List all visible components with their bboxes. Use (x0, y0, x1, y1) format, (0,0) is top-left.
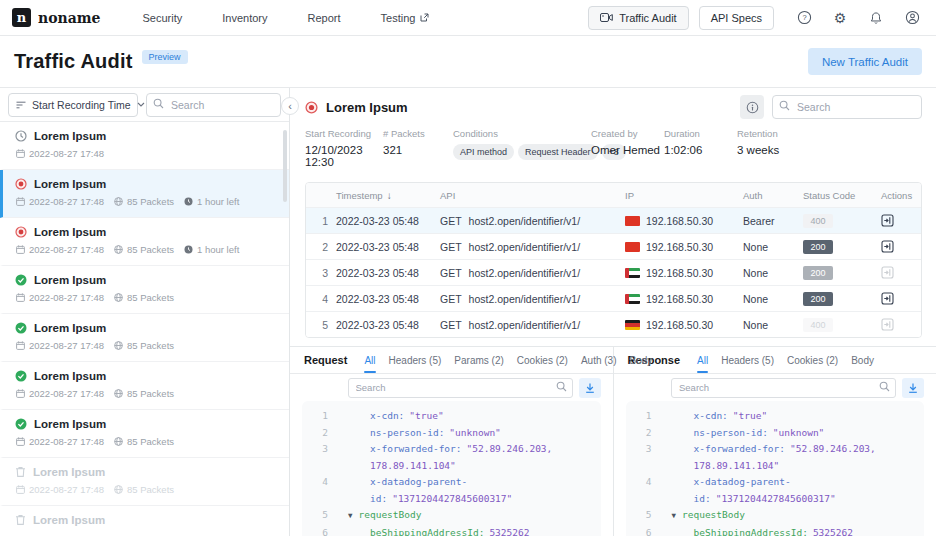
traffic-audit-nav-button[interactable]: Traffic Audit (588, 6, 688, 30)
recording-item-done[interactable]: Lorem Ipsum 2022-08-27 17:48 85 Packets (0, 362, 289, 410)
open-details-icon[interactable] (881, 292, 894, 305)
video-camera-icon (600, 12, 613, 23)
open-details-icon[interactable] (881, 266, 894, 279)
calendar-icon (16, 245, 25, 254)
table-row[interactable]: 3 2022-03-23 05:48 GEThost2.open/identif… (306, 259, 921, 285)
packets-icon (114, 293, 123, 302)
packets-icon (114, 341, 123, 350)
tab-auth[interactable]: Auth (3) (581, 347, 617, 373)
download-button[interactable] (579, 378, 601, 398)
response-toolbar (614, 374, 936, 401)
meta-label-start-recording: Start Recording (305, 128, 383, 139)
recording-item-done[interactable]: Lorem Ipsum 2022-08-27 17:48 85 Packets (0, 314, 289, 362)
collapse-node-icon[interactable]: ▼ (672, 511, 677, 520)
calendar-icon (16, 197, 25, 206)
recording-item-pending[interactable]: Lorem Ipsum 2022-08-27 17:48 (0, 122, 289, 170)
primary-nav: Security Inventory Report Testing (143, 12, 430, 24)
sidebar-scrollbar[interactable] (283, 130, 287, 202)
flag-icon-ae (625, 294, 640, 304)
open-details-icon[interactable] (881, 240, 894, 253)
status-badge: 400 (803, 214, 833, 228)
response-search-input[interactable] (671, 378, 896, 398)
detail-header: Lorem Ipsum (290, 88, 936, 126)
download-button[interactable] (902, 378, 924, 398)
response-code-viewer[interactable]: 1x-cdn:"true" 2ns-person-id:"unknown" 3x… (626, 401, 925, 536)
recording-detail: Lorem Ipsum Start Recording (290, 88, 936, 536)
gear-icon[interactable]: ⚙ (832, 10, 848, 26)
collapse-sidebar-button[interactable]: ‹ (281, 97, 299, 115)
calendar-icon (16, 485, 25, 494)
sort-dropdown-label: Start Recording Time (32, 99, 131, 111)
flag-icon-cn (625, 242, 640, 252)
table-row[interactable]: 2 2022-03-23 05:48 GEThost2.open/identif… (306, 233, 921, 259)
recording-item-recording-selected[interactable]: Lorem Ipsum 2022-08-27 17:48 85 Packets … (0, 170, 289, 218)
tab-all[interactable]: All (364, 347, 375, 373)
nav-icon-group: ? ⚙ (796, 10, 920, 26)
request-code-viewer[interactable]: 1x-cdn:"true" 2ns-person-id:"unknown" 3x… (302, 401, 601, 536)
table-header-row: Timestemp ↓ API IP Auth Status Code Acti… (306, 183, 921, 207)
meta-label-conditions: Conditions (453, 128, 591, 139)
table-row[interactable]: 4 2022-03-23 05:48 GEThost2.open/identif… (306, 285, 921, 311)
detail-title: Lorem Ipsum (305, 100, 408, 115)
recording-item-done[interactable]: Lorem Ipsum 2022-08-27 17:48 85 Packets (0, 266, 289, 314)
table-row[interactable]: 5 2022-03-23 05:48 GEThost2.open/identif… (306, 311, 921, 337)
preview-badge: Preview (142, 50, 188, 64)
http-method: GET (440, 241, 462, 253)
info-button[interactable] (740, 95, 764, 119)
http-method: GET (440, 319, 462, 331)
bell-icon[interactable] (868, 10, 884, 26)
account-icon[interactable] (904, 10, 920, 26)
sidebar-search-input[interactable] (146, 93, 281, 117)
meta-label-packets: # Packets (383, 128, 453, 139)
table-row[interactable]: 1 2022-03-23 05:48 GEThost2.open/identif… (306, 207, 921, 233)
column-timestamp[interactable]: Timestemp ↓ (332, 190, 436, 201)
request-search-input[interactable] (348, 378, 573, 398)
time-left-icon (184, 197, 193, 206)
sort-dropdown[interactable]: Start Recording Time (8, 93, 138, 117)
tab-headers[interactable]: Headers (5) (389, 347, 442, 373)
recording-item-expired[interactable]: Lorem Ipsum (0, 506, 289, 536)
recording-item-done[interactable]: Lorem Ipsum 2022-08-27 17:48 85 Packets (0, 410, 289, 458)
nav-item-security[interactable]: Security (143, 12, 183, 24)
brand[interactable]: n noname (12, 8, 101, 27)
recording-item-recording[interactable]: Lorem Ipsum 2022-08-27 17:48 85 Packets … (0, 218, 289, 266)
nav-item-inventory[interactable]: Inventory (222, 12, 267, 24)
meta-value-duration: 1:02:06 (664, 144, 737, 156)
tab-cookies[interactable]: Cookies (2) (787, 347, 838, 373)
tab-params[interactable]: Params (2) (454, 347, 503, 373)
http-method: GET (440, 293, 462, 305)
trash-icon (15, 466, 26, 478)
new-traffic-audit-button[interactable]: New Traffic Audit (808, 48, 922, 75)
meta-value-start-recording: 12/10/2023 12:30 (305, 144, 383, 168)
detail-search-input[interactable] (772, 95, 922, 119)
tab-body[interactable]: Body (630, 347, 653, 373)
packets-table: Timestemp ↓ API IP Auth Status Code Acti… (305, 182, 922, 338)
tab-headers[interactable]: Headers (5) (721, 347, 774, 373)
nav-item-testing[interactable]: Testing (381, 12, 430, 24)
help-icon[interactable]: ? (796, 10, 812, 26)
column-api: API (436, 190, 621, 201)
condition-pill: API method (453, 144, 514, 160)
collapse-node-icon[interactable]: ▼ (348, 511, 353, 520)
recording-item-expired[interactable]: Lorem Ipsum 2022-08-27 17:48 85 Packets (0, 458, 289, 506)
request-panel-label: Request (304, 354, 347, 366)
detail-search (772, 95, 922, 119)
search-icon (153, 98, 164, 109)
request-toolbar (290, 374, 613, 401)
open-details-icon[interactable] (881, 214, 894, 227)
page-title: Traffic Audit (14, 50, 133, 73)
tab-cookies[interactable]: Cookies (2) (517, 347, 568, 373)
column-auth: Auth (739, 190, 799, 201)
check-circle-icon (15, 370, 27, 382)
tab-body[interactable]: Body (851, 347, 874, 373)
packets-icon (114, 197, 123, 206)
api-specs-button[interactable]: API Specs (699, 6, 774, 30)
sort-desc-icon[interactable]: ↓ (387, 190, 392, 201)
flag-icon-cn (625, 216, 640, 226)
nav-item-report[interactable]: Report (308, 12, 341, 24)
tab-all[interactable]: All (697, 347, 708, 373)
status-badge: 400 (803, 318, 833, 332)
open-details-icon[interactable] (881, 318, 894, 331)
flag-icon-de (625, 320, 640, 330)
svg-text:?: ? (802, 13, 806, 22)
